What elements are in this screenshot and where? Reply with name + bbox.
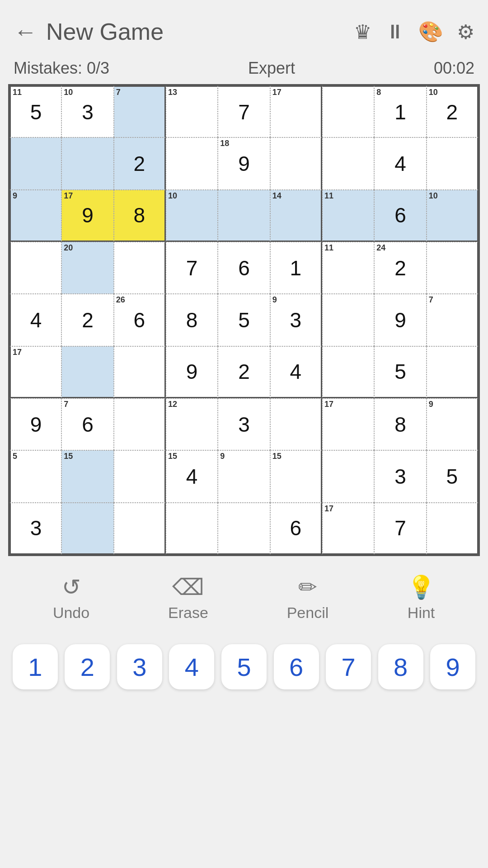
cell[interactable]: 10 [427,190,479,242]
cell[interactable]: 7 [374,503,426,555]
cell[interactable]: 93 [270,294,322,346]
cell[interactable] [114,346,166,398]
cell[interactable]: 76 [61,398,113,450]
cell[interactable] [166,503,218,555]
cell[interactable]: 12 [166,398,218,450]
cell[interactable]: 8 [166,294,218,346]
cell[interactable] [114,398,166,450]
pause-icon[interactable]: ⏸ [385,20,405,43]
cell[interactable] [427,346,479,398]
cell[interactable]: 103 [61,85,113,137]
cell[interactable]: 4 [374,137,426,189]
cell[interactable] [61,346,113,398]
cell[interactable]: 3 [374,450,426,502]
cell[interactable]: 17 [322,503,374,555]
cell[interactable] [114,242,166,294]
cell[interactable] [61,503,113,555]
cell[interactable] [322,294,374,346]
cell[interactable]: 2 [218,346,270,398]
cell[interactable] [427,137,479,189]
cell[interactable]: 17 [322,398,374,450]
cell[interactable]: 5 [9,450,61,502]
numpad-btn-1[interactable]: 1 [13,644,58,689]
cell[interactable]: 14 [270,190,322,242]
cell[interactable]: 81 [374,85,426,137]
cell[interactable]: 15 [270,450,322,502]
cell[interactable]: 11 [322,242,374,294]
numpad-btn-8[interactable]: 8 [378,644,423,689]
back-button[interactable]: ← [14,20,37,43]
cell[interactable] [218,503,270,555]
cell[interactable]: 2 [61,294,113,346]
cell[interactable] [427,503,479,555]
cell[interactable]: 11 [322,190,374,242]
cell[interactable]: 102 [427,85,479,137]
cell[interactable] [322,85,374,137]
cell[interactable]: 17 [9,346,61,398]
cell[interactable]: 6 [374,190,426,242]
numpad-btn-7[interactable]: 7 [326,644,371,689]
hint-button[interactable]: 💡 Hint [407,574,435,622]
crown-icon[interactable]: ♛ [354,20,371,43]
cell[interactable]: 20 [61,242,113,294]
numpad-btn-5[interactable]: 5 [221,644,267,689]
pencil-button[interactable]: ✏ Pencil [287,574,329,622]
cell[interactable] [427,242,479,294]
numpad-btn-2[interactable]: 2 [65,644,110,689]
cell[interactable]: 9 [9,398,61,450]
cell[interactable]: 7 [166,242,218,294]
cell[interactable]: 154 [166,450,218,502]
erase-button[interactable]: ⌫ Erase [168,574,208,622]
cell[interactable] [114,503,166,555]
undo-button[interactable]: ↺ Undo [53,574,89,622]
cell[interactable]: 10 [166,190,218,242]
cell[interactable]: 9 [218,450,270,502]
cell[interactable]: 5 [374,346,426,398]
settings-icon[interactable]: ⚙ [457,20,474,43]
cell[interactable]: 4 [9,294,61,346]
numpad-btn-4[interactable]: 4 [169,644,214,689]
cell[interactable]: 8 [374,398,426,450]
cell[interactable]: 2 [114,137,166,189]
cell[interactable]: 9 [166,346,218,398]
cell[interactable]: 5 [218,294,270,346]
cell[interactable]: 13 [166,85,218,137]
cell[interactable] [322,450,374,502]
cell[interactable]: 266 [114,294,166,346]
cell[interactable]: 3 [218,398,270,450]
cell[interactable]: 15 [61,450,113,502]
cell[interactable] [270,398,322,450]
cage-label: 9 [220,452,225,460]
numpad-btn-3[interactable]: 3 [117,644,162,689]
cell[interactable] [114,450,166,502]
numpad-btn-6[interactable]: 6 [274,644,319,689]
cell[interactable] [218,190,270,242]
cell[interactable]: 7 [218,85,270,137]
cell[interactable] [61,137,113,189]
cell[interactable]: 179 [61,190,113,242]
cell[interactable]: 115 [9,85,61,137]
cell[interactable]: 17 [270,85,322,137]
cell[interactable] [166,137,218,189]
numpad-btn-9[interactable]: 9 [430,644,475,689]
cell[interactable]: 9 [374,294,426,346]
palette-icon[interactable]: 🎨 [418,20,443,43]
cell[interactable]: 189 [218,137,270,189]
cell[interactable]: 9 [9,190,61,242]
cell[interactable]: 9 [427,398,479,450]
cell[interactable]: 1 [270,242,322,294]
cell[interactable]: 4 [270,346,322,398]
cell[interactable]: 6 [270,503,322,555]
cell[interactable] [9,137,61,189]
cell[interactable]: 6 [218,242,270,294]
cell[interactable]: 7 [114,85,166,137]
cell[interactable] [322,137,374,189]
cell[interactable]: 242 [374,242,426,294]
cell[interactable] [322,346,374,398]
cell[interactable]: 5 [427,450,479,502]
cell[interactable] [270,137,322,189]
cell[interactable]: 3 [9,503,61,555]
cell[interactable]: 7 [427,294,479,346]
cell[interactable]: 8 [114,190,166,242]
cell[interactable] [9,242,61,294]
